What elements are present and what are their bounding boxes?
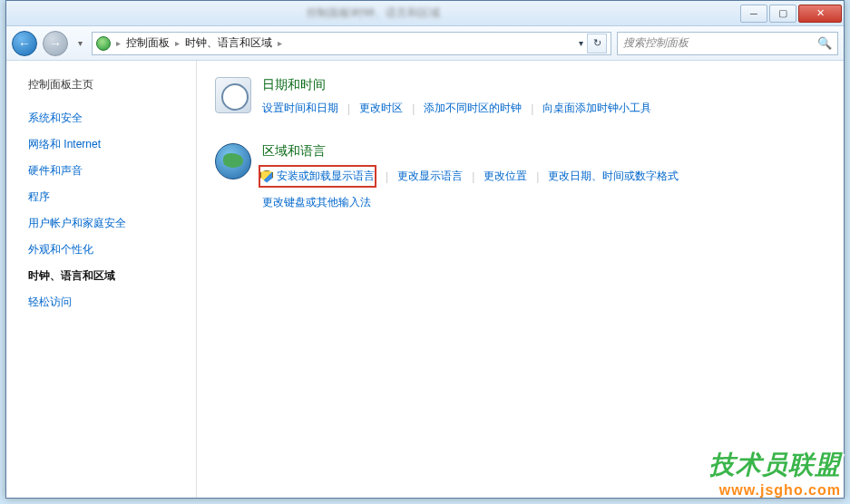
- watermark: 技术员联盟 www.jsgho.com: [709, 448, 841, 499]
- section-0: 日期和时间设置时间和日期|更改时区|添加不同时区的时钟|向桌面添加时钟小工具: [215, 77, 826, 123]
- task-link[interactable]: 更改日期、时间或数字格式: [548, 167, 679, 186]
- search-placeholder: 搜索控制面板: [623, 35, 812, 51]
- task-link[interactable]: 安装或卸载显示语言: [259, 165, 376, 188]
- task-link[interactable]: 向桌面添加时钟小工具: [542, 99, 651, 118]
- sidebar-title[interactable]: 控制面板主页: [6, 77, 196, 105]
- breadcrumb-root[interactable]: 控制面板: [126, 35, 170, 51]
- link-separator: |: [386, 170, 388, 183]
- sidebar-item-3[interactable]: 程序: [6, 184, 196, 210]
- refresh-button[interactable]: ↻: [587, 34, 607, 53]
- sidebar-item-6[interactable]: 时钟、语言和区域: [6, 263, 196, 289]
- task-link-label: 添加不同时区的时钟: [424, 101, 522, 116]
- sidebar-item-7[interactable]: 轻松访问: [6, 289, 196, 315]
- section-1: 区域和语言安装或卸载显示语言|更改显示语言|更改位置|更改日期、时间或数字格式更…: [215, 143, 826, 218]
- link-separator: |: [412, 102, 415, 115]
- back-button[interactable]: ←: [12, 31, 37, 56]
- window-title: 控制面板\时钟、语言和区域: [8, 5, 738, 21]
- breadcrumb-separator-icon: ▸: [278, 38, 282, 48]
- link-separator: |: [472, 170, 474, 183]
- main-panel: 日期和时间设置时间和日期|更改时区|添加不同时区的时钟|向桌面添加时钟小工具区域…: [197, 61, 844, 498]
- task-link-label: 设置时间和日期: [262, 101, 338, 116]
- task-link[interactable]: 更改位置: [484, 167, 527, 186]
- task-link[interactable]: 更改键盘或其他输入法: [262, 193, 371, 212]
- sidebar: 控制面板主页 系统和安全网络和 Internet硬件和声音程序用户帐户和家庭安全…: [6, 61, 197, 498]
- task-link[interactable]: 设置时间和日期: [262, 99, 338, 118]
- task-link-label: 更改键盘或其他输入法: [262, 195, 371, 210]
- refresh-icon: ↻: [593, 37, 601, 49]
- task-link[interactable]: 更改显示语言: [397, 167, 463, 186]
- links-row: 设置时间和日期|更改时区|添加不同时区的时钟|向桌面添加时钟小工具: [262, 99, 826, 118]
- sidebar-item-5[interactable]: 外观和个性化: [6, 237, 196, 263]
- link-separator: |: [531, 102, 533, 115]
- task-link[interactable]: 更改时区: [359, 99, 403, 118]
- search-input[interactable]: 搜索控制面板 🔍: [617, 32, 838, 55]
- arrow-right-icon: →: [49, 36, 62, 51]
- task-link-label: 安装或卸载显示语言: [277, 169, 375, 184]
- sidebar-item-4[interactable]: 用户帐户和家庭安全: [6, 210, 196, 237]
- control-panel-icon: [96, 36, 111, 51]
- close-button[interactable]: ✕: [798, 5, 842, 23]
- datetime-icon: [215, 77, 251, 113]
- links-row: 更改键盘或其他输入法: [262, 193, 826, 212]
- titlebar: 控制面板\时钟、语言和区域 ─ ▢ ✕: [6, 1, 844, 26]
- breadcrumb-current[interactable]: 时钟、语言和区域: [185, 35, 272, 51]
- breadcrumb-separator-icon: ▸: [116, 38, 121, 48]
- maximize-button[interactable]: ▢: [769, 5, 796, 23]
- address-dropdown-icon[interactable]: ▾: [579, 38, 583, 48]
- task-link-label: 向桌面添加时钟小工具: [542, 101, 651, 116]
- watermark-line1: 技术员联盟: [709, 448, 841, 482]
- task-link-label: 更改日期、时间或数字格式: [548, 169, 679, 184]
- forward-button[interactable]: →: [43, 31, 68, 56]
- task-link-label: 更改位置: [484, 169, 527, 184]
- link-separator: |: [347, 102, 350, 115]
- task-link-label: 更改时区: [359, 101, 403, 116]
- shield-icon: [260, 170, 273, 183]
- watermark-line2: www.jsgho.com: [709, 482, 841, 499]
- region-icon: [215, 143, 251, 179]
- section-title[interactable]: 日期和时间: [262, 77, 826, 93]
- section-body: 日期和时间设置时间和日期|更改时区|添加不同时区的时钟|向桌面添加时钟小工具: [262, 77, 826, 123]
- search-icon: 🔍: [817, 36, 832, 50]
- control-panel-window: 控制面板\时钟、语言和区域 ─ ▢ ✕ ← → ▾ ▸ 控制面板 ▸ 时钟、语言…: [5, 0, 845, 499]
- navbar: ← → ▾ ▸ 控制面板 ▸ 时钟、语言和区域 ▸ ▾ ↻ 搜索控制面板 🔍: [6, 26, 844, 61]
- address-bar[interactable]: ▸ 控制面板 ▸ 时钟、语言和区域 ▸ ▾ ↻: [92, 32, 611, 55]
- section-body: 区域和语言安装或卸载显示语言|更改显示语言|更改位置|更改日期、时间或数字格式更…: [262, 143, 826, 218]
- links-row: 安装或卸载显示语言|更改显示语言|更改位置|更改日期、时间或数字格式: [262, 165, 826, 188]
- minimize-button[interactable]: ─: [740, 5, 767, 23]
- nav-history-dropdown[interactable]: ▾: [73, 38, 86, 48]
- task-link[interactable]: 添加不同时区的时钟: [424, 99, 522, 118]
- task-link-label: 更改显示语言: [397, 169, 463, 184]
- section-title[interactable]: 区域和语言: [262, 143, 826, 160]
- arrow-left-icon: ←: [18, 36, 31, 51]
- breadcrumb-separator-icon: ▸: [175, 38, 180, 48]
- link-separator: |: [536, 170, 539, 183]
- sidebar-item-2[interactable]: 硬件和声音: [6, 158, 196, 184]
- sidebar-item-0[interactable]: 系统和安全: [6, 105, 196, 131]
- content-area: 控制面板主页 系统和安全网络和 Internet硬件和声音程序用户帐户和家庭安全…: [6, 61, 844, 498]
- sidebar-item-1[interactable]: 网络和 Internet: [6, 131, 196, 158]
